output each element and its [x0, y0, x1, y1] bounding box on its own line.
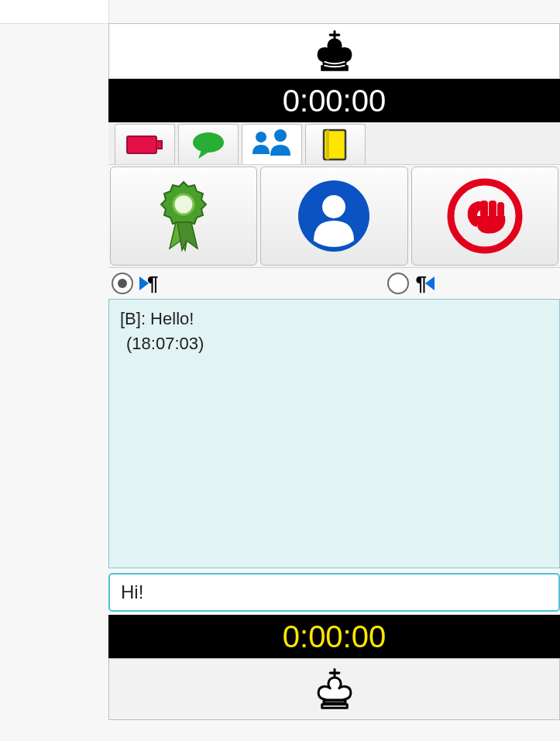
fist-button[interactable]	[411, 166, 558, 266]
user-circle-icon	[295, 177, 373, 255]
svg-point-9	[173, 194, 194, 214]
fist-circle-icon	[446, 177, 524, 255]
profile-button[interactable]	[260, 166, 407, 266]
opponent-timer-value: 0:00:00	[283, 84, 386, 118]
tab-chat[interactable]	[178, 124, 239, 164]
award-ribbon-icon	[153, 177, 215, 255]
speech-bubble-icon	[189, 129, 228, 160]
svg-point-5	[256, 132, 266, 142]
action-button-row	[108, 164, 560, 268]
king-black-icon	[311, 29, 358, 74]
award-button[interactable]	[110, 166, 257, 266]
ltr-icon: ¶	[139, 272, 158, 296]
direction-left-radio[interactable]	[112, 273, 133, 294]
player-timer: 0:00:00	[108, 615, 560, 658]
chat-log: [B]: Hello! (18:07:03)	[108, 299, 560, 568]
opponent-king-bar	[108, 23, 560, 79]
svg-point-4	[193, 132, 224, 153]
svg-rect-2	[127, 136, 156, 153]
direction-selector-row: ¶ ¶	[108, 268, 560, 299]
rtl-icon: ¶	[415, 272, 434, 296]
opponent-timer: 0:00:00	[108, 79, 560, 122]
svg-rect-8	[326, 130, 329, 160]
svg-rect-14	[489, 201, 496, 218]
battery-icon	[125, 132, 164, 158]
king-white-icon	[311, 667, 358, 712]
book-icon	[320, 128, 351, 162]
svg-rect-3	[156, 141, 162, 149]
tab-book[interactable]	[305, 124, 366, 164]
chat-message-line: [B]: Hello!	[120, 309, 548, 329]
people-icon	[249, 128, 294, 162]
svg-rect-13	[480, 201, 488, 218]
svg-rect-15	[497, 202, 504, 218]
tab-players[interactable]	[242, 124, 302, 164]
player-timer-value: 0:00:00	[283, 619, 386, 654]
player-king-bar	[108, 658, 560, 720]
tab-battery[interactable]	[115, 124, 175, 164]
svg-point-11	[322, 195, 345, 218]
game-side-panel: 0:00:00	[108, 23, 560, 720]
tab-strip	[108, 122, 560, 164]
chat-input[interactable]	[108, 573, 560, 612]
direction-right-radio[interactable]	[387, 273, 409, 294]
chat-timestamp-line: (18:07:03)	[120, 334, 548, 354]
svg-point-6	[274, 129, 287, 142]
left-header-strip	[0, 0, 109, 24]
